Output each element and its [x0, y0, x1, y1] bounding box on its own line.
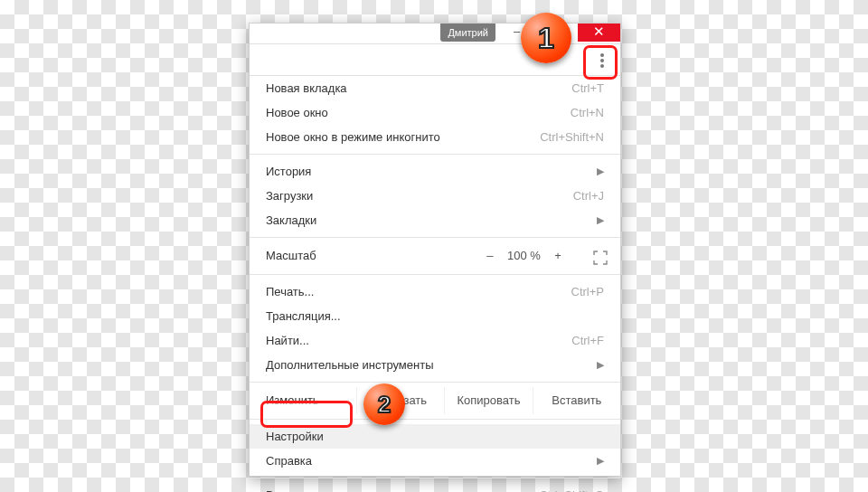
- fullscreen-icon: [593, 251, 608, 265]
- menu-button[interactable]: [590, 48, 615, 73]
- menu-item-incognito[interactable]: Новое окно в режиме инкогнито Ctrl+Shift…: [250, 125, 620, 149]
- separator: [250, 237, 620, 238]
- svg-point-0: [600, 53, 604, 57]
- menu-label: Новое окно: [266, 106, 328, 119]
- kebab-icon: [600, 53, 604, 68]
- menu-shortcut: Ctrl+N: [571, 100, 604, 125]
- zoom-in-button[interactable]: +: [548, 242, 568, 270]
- menu-shortcut: Ctrl+P: [571, 279, 604, 304]
- svg-point-1: [600, 59, 604, 62]
- menu-shortcut: Ctrl+J: [573, 184, 604, 208]
- separator: [250, 274, 620, 275]
- separator: [250, 382, 620, 383]
- chevron-right-icon: ▶: [597, 353, 604, 377]
- edit-copy[interactable]: Копировать: [444, 387, 532, 414]
- zoom-out-button[interactable]: –: [480, 242, 500, 270]
- menu-item-downloads[interactable]: Загрузки Ctrl+J: [250, 184, 620, 208]
- menu-item-cast[interactable]: Трансляция...: [250, 304, 620, 328]
- zoom-value: 100 %: [503, 242, 544, 270]
- callout-badge-1: 1: [521, 13, 571, 63]
- user-chip[interactable]: Дмитрий: [440, 24, 495, 42]
- chrome-menu: Новая вкладка Ctrl+T Новое окно Ctrl+N Н…: [250, 76, 620, 476]
- menu-label: Новое окно в режиме инкогнито: [266, 130, 440, 144]
- menu-item-history[interactable]: История ▶: [250, 159, 620, 184]
- menu-label: Найти...: [266, 334, 309, 347]
- menu-item-exit[interactable]: Выход Ctrl+Shift+Q: [250, 483, 620, 492]
- fullscreen-button[interactable]: [593, 248, 608, 275]
- edit-paste[interactable]: Вставить: [533, 387, 620, 414]
- menu-item-bookmarks[interactable]: Закладки ▶: [250, 208, 620, 232]
- separator: [250, 419, 620, 420]
- menu-shortcut: Ctrl+T: [571, 76, 604, 100]
- chevron-right-icon: ▶: [597, 208, 604, 232]
- menu-label: Новая вкладка: [266, 81, 347, 95]
- menu-label: История: [266, 165, 311, 178]
- menu-label: Трансляция...: [266, 309, 341, 323]
- menu-label: Закладки: [266, 213, 316, 227]
- menu-shortcut: Ctrl+F: [571, 328, 604, 353]
- menu-item-find[interactable]: Найти... Ctrl+F: [250, 328, 620, 353]
- menu-label: Печать...: [266, 285, 314, 298]
- close-button[interactable]: ✕: [578, 24, 620, 42]
- menu-item-new-tab[interactable]: Новая вкладка Ctrl+T: [250, 76, 620, 100]
- menu-label: Справка: [266, 454, 312, 468]
- menu-item-edit: Изменить Вырезать Копировать Вставить: [250, 387, 620, 414]
- menu-item-print[interactable]: Печать... Ctrl+P: [250, 279, 620, 304]
- chevron-right-icon: ▶: [597, 449, 604, 473]
- menu-shortcut: Ctrl+Shift+Q: [539, 483, 604, 492]
- callout-number: 2: [378, 391, 391, 419]
- menu-label: Загрузки: [266, 189, 313, 203]
- menu-item-zoom: Масштаб – 100 % +: [250, 242, 620, 270]
- separator: [250, 478, 620, 478]
- menu-item-help[interactable]: Справка ▶: [250, 449, 620, 473]
- menu-item-settings[interactable]: Настройки: [250, 424, 620, 449]
- callout-badge-2: 2: [363, 383, 405, 425]
- callout-number: 1: [538, 22, 554, 55]
- separator: [250, 154, 620, 155]
- chevron-right-icon: ▶: [597, 159, 604, 184]
- menu-label: Дополнительные инструменты: [266, 358, 434, 372]
- menu-shortcut: Ctrl+Shift+N: [540, 125, 604, 149]
- menu-label: Настройки: [266, 430, 324, 443]
- menu-label: Масштаб: [266, 249, 316, 262]
- svg-point-2: [600, 64, 604, 68]
- menu-label: Изменить: [250, 387, 356, 414]
- menu-item-more-tools[interactable]: Дополнительные инструменты ▶: [250, 353, 620, 377]
- zoom-controls: – 100 % +: [480, 242, 568, 270]
- menu-label: Выход: [266, 488, 301, 492]
- chrome-window: Дмитрий – ❐ ✕ Новая вкладка Ctrl+T Новое…: [249, 23, 621, 477]
- menu-item-new-window[interactable]: Новое окно Ctrl+N: [250, 100, 620, 125]
